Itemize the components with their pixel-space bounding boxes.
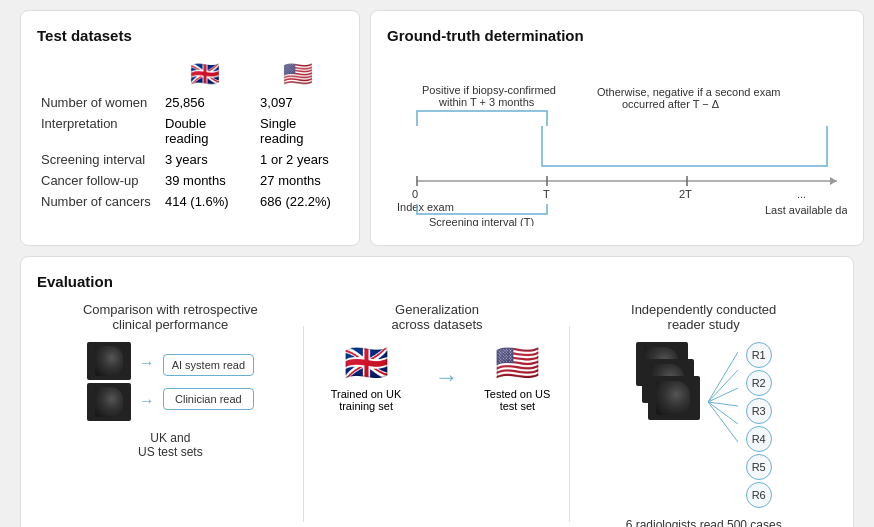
row-label: Number of cancers	[37, 191, 157, 212]
us-flag: 🇺🇸	[283, 60, 313, 87]
rad-lines-area	[708, 342, 738, 462]
main-container: Test datasets 🇬🇧 🇺🇸 Numb	[10, 0, 864, 527]
flow-arrow-middle: →	[434, 363, 458, 391]
svg-text:Index exam: Index exam	[397, 201, 454, 213]
test-datasets-title: Test datasets	[37, 27, 343, 44]
svg-line-17	[708, 370, 738, 402]
svg-marker-5	[830, 177, 837, 185]
clinician-box: Clinician read	[163, 388, 254, 410]
rad-r1: R1	[746, 342, 772, 368]
section1-caption: UK and US test sets	[138, 431, 203, 459]
row-uk: 414 (1.6%)	[157, 191, 252, 212]
svg-line-21	[708, 402, 738, 442]
timeline-svg: Positive if biopsy-confirmed within T + …	[387, 56, 847, 226]
svg-text:Last available data: Last available data	[765, 204, 847, 216]
svg-text:Positive if biopsy-confirmed: Positive if biopsy-confirmed	[422, 84, 556, 96]
uk-flag: 🇬🇧	[190, 60, 220, 87]
section3-title: Independently conducted reader study	[631, 302, 776, 332]
ground-truth-card: Ground-truth determination Positive if b…	[370, 10, 864, 246]
row-uk: 39 months	[157, 170, 252, 191]
row-us: 3,097	[252, 92, 343, 113]
ground-truth-title: Ground-truth determination	[387, 27, 847, 44]
arrow-top: →	[139, 354, 155, 372]
rad-r5: R5	[746, 454, 772, 480]
mammo-img-top	[87, 342, 131, 380]
test-datasets-card: Test datasets 🇬🇧 🇺🇸 Numb	[20, 10, 360, 246]
mammo-stack-large	[636, 342, 700, 420]
svg-text:0: 0	[412, 188, 418, 200]
eval-section-reader: Independently conducted reader study	[570, 302, 837, 527]
generalization-flow: 🇬🇧 Trained on UK training set → 🇺🇸 Teste…	[314, 342, 561, 412]
mammo-lg-3	[648, 376, 700, 420]
radiologist-section: R1 R2 R3 R4 R5 R6	[636, 342, 772, 508]
svg-text:Otherwise, negative if a secon: Otherwise, negative if a second exam	[597, 86, 780, 98]
eval-section-comparison: Comparison with retrospective clinical p…	[37, 302, 304, 527]
svg-text:occurred after T − Δ: occurred after T − Δ	[622, 98, 720, 110]
us-flag-large: 🇺🇸	[495, 342, 540, 384]
row-uk: 25,856	[157, 92, 252, 113]
row-label: Screening interval	[37, 149, 157, 170]
table-row: Cancer follow-up 39 months 27 months	[37, 170, 343, 191]
top-row: Test datasets 🇬🇧 🇺🇸 Numb	[20, 10, 854, 246]
table-row: Number of cancers 414 (1.6%) 686 (22.2%)	[37, 191, 343, 212]
flow-boxes: AI system read Clinician read	[163, 354, 254, 410]
section1-visual: → → AI system read Clinician read	[87, 342, 254, 421]
row-uk: 3 years	[157, 149, 252, 170]
svg-text:T: T	[543, 188, 550, 200]
table-row: Number of women 25,856 3,097	[37, 92, 343, 113]
evaluation-title: Evaluation	[37, 273, 837, 290]
rad-r6: R6	[746, 482, 772, 508]
rad-lines-svg	[708, 342, 738, 462]
section3-visual: R1 R2 R3 R4 R5 R6	[636, 342, 772, 508]
rad-r2: R2	[746, 370, 772, 396]
eval-sections: Comparison with retrospective clinical p…	[37, 302, 837, 527]
section2-title: Generalization across datasets	[391, 302, 482, 332]
ai-box: AI system read	[163, 354, 254, 376]
svg-text:within T + 3 months: within T + 3 months	[438, 96, 535, 108]
tested-label: Tested on US test set	[474, 388, 560, 412]
row-uk: Double reading	[157, 113, 252, 149]
row-us: 27 months	[252, 170, 343, 191]
svg-text:Screening interval (T): Screening interval (T)	[429, 216, 534, 226]
rad-circles: R1 R2 R3 R4 R5 R6	[746, 342, 772, 508]
rad-r3: R3	[746, 398, 772, 424]
table-row: Screening interval 3 years 1 or 2 years	[37, 149, 343, 170]
trained-label: Trained on UK training set	[314, 388, 419, 412]
svg-text:...: ...	[797, 188, 806, 200]
row-label: Number of women	[37, 92, 157, 113]
row-label: Interpretation	[37, 113, 157, 149]
section1-title: Comparison with retrospective clinical p…	[83, 302, 258, 332]
table-row: Interpretation Double reading Single rea…	[37, 113, 343, 149]
row-us: 686 (22.2%)	[252, 191, 343, 212]
row-label: Cancer follow-up	[37, 170, 157, 191]
uk-flag-large: 🇬🇧	[344, 342, 389, 384]
section2-visual: 🇬🇧 Trained on UK training set → 🇺🇸 Teste…	[314, 342, 561, 412]
svg-text:2T: 2T	[679, 188, 692, 200]
arrow-bottom: →	[139, 392, 155, 410]
rad-r4: R4	[746, 426, 772, 452]
section3-caption: 6 radiologists read 500 cases from US te…	[626, 518, 782, 527]
evaluation-card: Evaluation Comparison with retrospective…	[20, 256, 854, 527]
uk-block: 🇬🇧 Trained on UK training set	[314, 342, 419, 412]
us-block: 🇺🇸 Tested on US test set	[474, 342, 560, 412]
row-us: 1 or 2 years	[252, 149, 343, 170]
datasets-table: 🇬🇧 🇺🇸 Number of women 25,856 3,097	[37, 56, 343, 212]
mammo-img-bottom	[87, 383, 131, 421]
mammo-stack	[87, 342, 131, 421]
flow-arrows: → →	[139, 354, 155, 410]
eval-section-generalization: Generalization across datasets 🇬🇧 Traine…	[304, 302, 571, 527]
row-us: Single reading	[252, 113, 343, 149]
